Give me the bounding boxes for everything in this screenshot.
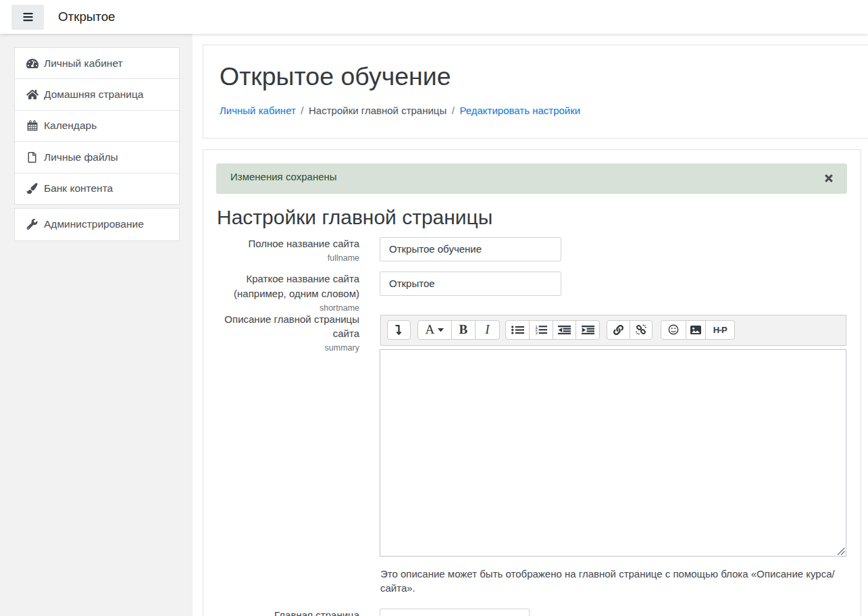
svg-text:3: 3 [535,331,538,335]
